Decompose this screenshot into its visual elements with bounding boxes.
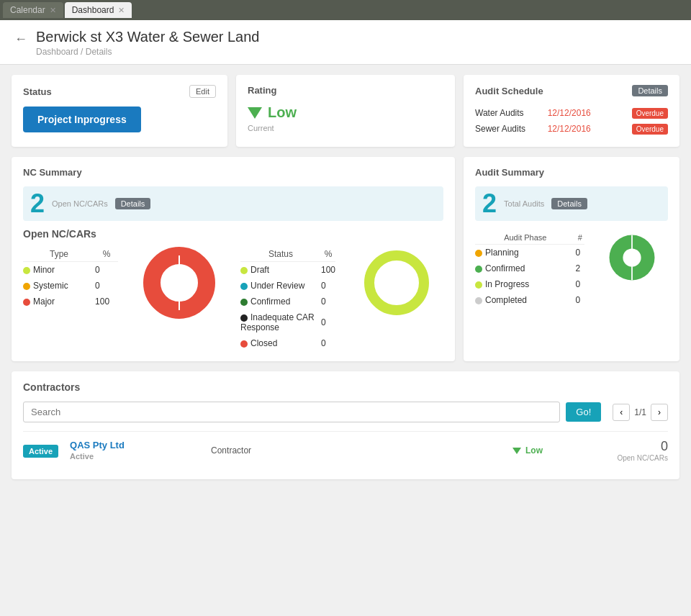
page-title: Berwick st X3 Water & Sewer Land <box>36 29 260 45</box>
nc-details-button[interactable]: Details <box>115 198 151 209</box>
contractor-status-badge: Active <box>23 445 58 456</box>
audit-count-row: 2 Total Audits Details <box>475 186 668 221</box>
nc-charts: Type % Minor 0 Systemic 0 Major 100 <box>23 247 443 351</box>
phase-value: 0 <box>576 292 584 308</box>
edit-button[interactable]: Edit <box>189 85 216 98</box>
rating-text: Low <box>268 104 297 121</box>
phase-label: In Progress <box>475 276 576 292</box>
go-button[interactable]: Go! <box>566 402 601 422</box>
nc-type-section: Type % Minor 0 Systemic 0 Major 100 <box>23 247 118 309</box>
contractor-name[interactable]: QAS Pty LtdActive <box>70 440 199 461</box>
middle-row: NC Summary 2 Open NC/CARs Details Open N… <box>12 157 679 361</box>
nc-status-value: 0 <box>321 294 335 309</box>
nc-status-row: Confirmed 0 <box>240 294 335 309</box>
project-status-button[interactable]: Project Inprogress <box>23 107 141 132</box>
audit-phase-row: Planning 0 <box>475 245 584 261</box>
nc-count-label: Open NC/CARs <box>52 199 108 208</box>
audit-phase-section: Audit Phase # Planning 0 Confirmed 2 In … <box>475 225 584 308</box>
rating-triangle-icon <box>248 107 262 119</box>
contractors-title: Contractors <box>23 381 668 393</box>
search-pagination-row: Go! ‹ 1/1 › <box>23 402 668 422</box>
nc-type-value: 0 <box>95 262 118 278</box>
tab-dashboard[interactable]: Dashboard ✕ <box>65 2 132 18</box>
nc-type-table: Type % Minor 0 Systemic 0 Major 100 <box>23 247 118 309</box>
nc-status-row: Draft 100 <box>240 262 335 278</box>
status-col-header: Status <box>240 247 321 262</box>
nc-status-value: 0 <box>321 309 335 335</box>
tab-calendar-close[interactable]: ✕ <box>50 6 56 15</box>
nc-status-label: Closed <box>240 335 321 351</box>
tab-dashboard-label: Dashboard <box>72 5 114 15</box>
breadcrumb-current: Details <box>86 47 112 57</box>
nc-type-donut <box>143 247 215 319</box>
back-button[interactable]: ← <box>14 32 27 47</box>
rating-current-label: Current <box>248 124 443 132</box>
search-input[interactable] <box>23 402 560 422</box>
tab-dashboard-close[interactable]: ✕ <box>118 6 125 15</box>
phase-label: Completed <box>475 292 576 308</box>
nc-type-value: 100 <box>95 294 118 309</box>
audit-phase-row: Completed 0 <box>475 292 584 308</box>
nc-count-row: 2 Open NC/CARs Details <box>23 186 443 221</box>
nc-type-row: Major 100 <box>23 294 118 309</box>
audit-count-label: Total Audits <box>504 199 544 208</box>
pagination-info: 1/1 <box>634 407 646 417</box>
tab-bar: Calendar ✕ Dashboard ✕ <box>0 0 691 20</box>
audit-phase-row: In Progress 0 <box>475 276 584 292</box>
status-card-title: Status <box>23 86 52 97</box>
contractor-rating: Low <box>512 445 584 456</box>
top-row: Status Edit Project Inprogress Rating Lo… <box>12 75 679 147</box>
audit-summary-header: Audit Summary <box>475 167 668 178</box>
nc-count: 2 <box>30 191 45 217</box>
nc-summary-card: NC Summary 2 Open NC/CARs Details Open N… <box>12 157 455 361</box>
page-header: ← Berwick st X3 Water & Sewer Land Dashb… <box>0 20 691 65</box>
audit-phase-row: Confirmed 2 <box>475 261 584 276</box>
audit-charts: Audit Phase # Planning 0 Confirmed 2 In … <box>475 225 668 308</box>
phase-value: 0 <box>576 276 584 292</box>
pagination: ‹ 1/1 › <box>613 404 668 421</box>
nc-type-label: Systemic <box>23 278 95 294</box>
phase-col-header: Audit Phase <box>475 231 576 245</box>
nc-status-value: 100 <box>321 262 335 278</box>
tab-calendar-label: Calendar <box>10 5 45 15</box>
nc-status-label: Inadequate CAR Response <box>240 309 321 335</box>
audit-phase-chart <box>596 225 668 290</box>
open-nc-title: Open NC/CARs <box>23 228 443 240</box>
prev-page-button[interactable]: ‹ <box>613 404 630 421</box>
next-page-button[interactable]: › <box>651 404 668 421</box>
phase-value: 2 <box>576 261 584 276</box>
nc-status-row: Inadequate CAR Response 0 <box>240 309 335 335</box>
audit-phase-donut <box>600 225 664 290</box>
nc-status-chart <box>350 247 443 319</box>
audit-schedule-details-button[interactable]: Details <box>632 85 668 96</box>
contractor-active-label: Active <box>70 452 94 461</box>
tab-calendar[interactable]: Calendar ✕ <box>3 2 63 18</box>
contractors-card: Contractors Go! ‹ 1/1 › Active QAS Pty L… <box>12 371 679 479</box>
breadcrumb-home[interactable]: Dashboard <box>36 47 78 57</box>
audit-schedule-card: Audit Schedule Details Water Audits 12/1… <box>464 75 679 147</box>
rating-value: Low <box>248 104 443 121</box>
breadcrumb: Dashboard / Details <box>36 47 260 57</box>
audit-schedule-table: Water Audits 12/12/2016 Overdue Sewer Au… <box>475 105 668 137</box>
contractor-nc-count: 0 <box>596 439 668 454</box>
phase-label: Confirmed <box>475 261 576 276</box>
audit-summary-card: Audit Summary 2 Total Audits Details Aud… <box>464 157 679 361</box>
nc-status-donut <box>361 247 433 319</box>
nc-status-row: Under Review 0 <box>240 278 335 294</box>
status-card: Status Edit Project Inprogress <box>12 75 227 147</box>
phase-value: 0 <box>576 245 584 261</box>
nc-status-section: Status % Draft 100 Under Review 0 Confir… <box>240 247 335 351</box>
audit-details-button[interactable]: Details <box>551 198 587 209</box>
audit-badge: Overdue <box>616 121 668 137</box>
nc-status-table: Status % Draft 100 Under Review 0 Confir… <box>240 247 335 351</box>
status-card-header: Status Edit <box>23 85 216 98</box>
audit-schedule-row: Water Audits 12/12/2016 Overdue <box>475 105 668 121</box>
audit-badge: Overdue <box>616 105 668 121</box>
rating-card-title: Rating <box>248 85 276 96</box>
nc-type-value: 0 <box>95 278 118 294</box>
audit-summary-title: Audit Summary <box>475 167 544 178</box>
rating-card-header: Rating <box>248 85 443 96</box>
nc-status-value: 0 <box>321 335 335 351</box>
contractor-nc-label: Open NC/CARs <box>596 454 668 462</box>
phase-table: Audit Phase # Planning 0 Confirmed 2 In … <box>475 231 584 308</box>
